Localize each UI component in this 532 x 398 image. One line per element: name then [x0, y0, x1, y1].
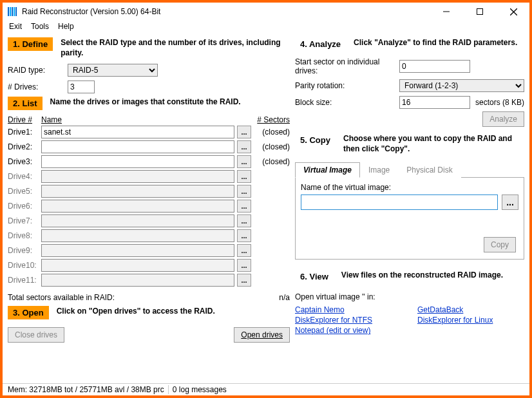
- step-open-desc: Click on "Open drives" to access the RAI…: [57, 306, 215, 316]
- titlebar: Raid Reconstructor (Version 5.00) 64-Bit: [3, 3, 529, 21]
- drive-browse-button: ...: [237, 185, 251, 198]
- step-list-desc: Name the drives or images that constitut…: [50, 97, 241, 107]
- drive-browse-button: ...: [237, 259, 251, 272]
- step-copy-desc: Choose where you want to copy the RAID a…: [343, 133, 524, 154]
- drive-label: Drive9:: [8, 246, 39, 255]
- close-drives-button[interactable]: Close drives: [8, 327, 64, 343]
- link-diskexplorer-linux[interactable]: DiskExplorer for Linux: [417, 316, 524, 325]
- copy-button[interactable]: Copy: [484, 237, 516, 252]
- menubar: Exit Tools Help: [3, 21, 529, 35]
- svg-rect-2: [12, 7, 13, 16]
- start-sector-label: Start sector on individual drives:: [295, 57, 394, 75]
- block-size-input[interactable]: [399, 96, 470, 109]
- window-controls: [435, 5, 524, 18]
- drive-browse-button: ...: [237, 170, 251, 183]
- drive-row: Drive3:...(closed): [8, 155, 290, 168]
- drive-status: (closed): [254, 128, 290, 137]
- drive-browse-button[interactable]: ...: [237, 155, 251, 168]
- statusbar: Mem: 32718MB tot / 25771MB avl / 38MB pr…: [3, 383, 529, 395]
- drive-row: Drive8:...: [8, 229, 290, 242]
- tab-virtual-image[interactable]: Virtual Image: [295, 162, 360, 178]
- right-column: 4. Analyze Click "Analyze" to find the R…: [295, 36, 524, 382]
- step-define-badge: 1. Define: [8, 37, 53, 51]
- num-drives-input[interactable]: [68, 81, 95, 93]
- drive-row: Drive10:...: [8, 259, 290, 272]
- step-analyze-desc: Click "Analyze" to find the RAID paramet…: [354, 37, 517, 48]
- menu-exit[interactable]: Exit: [9, 22, 22, 31]
- drive-row: Drive7:...: [8, 214, 290, 227]
- drive-name-input: [41, 259, 234, 272]
- drive-label: Drive1:: [8, 128, 39, 137]
- drive-status: (closed): [254, 142, 290, 151]
- app-icon: [8, 6, 18, 17]
- drive-browse-button[interactable]: ...: [237, 140, 251, 153]
- drive-name-input[interactable]: [41, 140, 234, 153]
- drive-name-input[interactable]: [41, 155, 234, 168]
- open-drives-button[interactable]: Open drives: [234, 327, 290, 343]
- svg-rect-1: [10, 7, 11, 16]
- svg-rect-6: [477, 9, 483, 15]
- step-analyze-badge: 4. Analyze: [295, 37, 346, 51]
- link-getdataback[interactable]: GetDataBack: [417, 305, 524, 314]
- block-size-suffix: sectors (8 KB): [475, 98, 524, 107]
- menu-help[interactable]: Help: [58, 22, 74, 31]
- content: 1. Define Select the RAID type and the n…: [3, 35, 529, 383]
- virtual-image-browse-button[interactable]: ...: [502, 194, 518, 210]
- drive-row: Drive9:...: [8, 244, 290, 257]
- svg-rect-0: [8, 7, 9, 16]
- svg-rect-3: [14, 7, 15, 16]
- virtual-image-input[interactable]: [301, 194, 498, 210]
- drive-name-input[interactable]: [41, 126, 234, 138]
- drive-row: Drive1:...(closed): [8, 126, 290, 138]
- status-memory: Mem: 32718MB tot / 25771MB avl / 38MB pr…: [8, 385, 169, 394]
- link-diskexplorer-ntfs[interactable]: DiskExplorer for NTFS: [295, 316, 402, 325]
- total-sectors-label: Total sectors available in RAID:: [8, 293, 251, 302]
- raid-type-label: RAID type:: [8, 66, 62, 75]
- drive-browse-button: ...: [237, 200, 251, 213]
- header-drive-name: Name: [41, 115, 249, 124]
- drive-name-input: [41, 185, 234, 198]
- minimize-button[interactable]: [435, 5, 457, 18]
- drive-row: Drive4:...: [8, 170, 290, 183]
- tab-physical-disk[interactable]: Physical Disk: [398, 162, 461, 178]
- drive-list-headers: Drive # Name # Sectors: [8, 114, 290, 126]
- drive-label: Drive2:: [8, 142, 39, 151]
- drive-name-input: [41, 229, 234, 242]
- parity-rotation-label: Parity rotation:: [295, 81, 394, 90]
- step-view-desc: View files on the reconstructed RAID ima…: [341, 270, 503, 280]
- num-drives-label: # Drives:: [8, 82, 62, 91]
- left-column: 1. Define Select the RAID type and the n…: [8, 36, 290, 382]
- drive-label: Drive4:: [8, 172, 39, 181]
- parity-rotation-select[interactable]: Forward (1-2-3): [399, 79, 524, 92]
- drive-label: Drive11:: [8, 276, 39, 285]
- start-sector-input[interactable]: [399, 60, 470, 73]
- header-drive-num: Drive #: [8, 115, 41, 124]
- link-notepad[interactable]: Notepad (edit or view): [295, 326, 402, 335]
- raid-type-select[interactable]: RAID-5: [68, 64, 158, 77]
- menu-tools[interactable]: Tools: [31, 22, 49, 31]
- drive-name-input: [41, 214, 234, 227]
- tab-image[interactable]: Image: [360, 162, 398, 178]
- copy-tabs: Virtual Image Image Physical Disk: [295, 162, 524, 178]
- drive-row: Drive6:...: [8, 200, 290, 213]
- drive-row: Drive5:...: [8, 185, 290, 198]
- step-open-badge: 3. Open: [8, 306, 49, 319]
- virtual-image-label: Name of the virtual image:: [301, 183, 518, 192]
- maximize-button[interactable]: [469, 5, 491, 18]
- analyze-button[interactable]: Analyze: [482, 111, 524, 127]
- drive-browse-button: ...: [237, 274, 251, 287]
- drive-label: Drive10:: [8, 261, 39, 270]
- step-analyze-header: 4. Analyze Click "Analyze" to find the R…: [295, 37, 524, 51]
- drive-name-input: [41, 274, 234, 287]
- total-sectors-value: n/a: [251, 293, 290, 302]
- link-captain-nemo[interactable]: Captain Nemo: [295, 305, 402, 314]
- step-open-header: 3. Open Click on "Open drives" to access…: [8, 306, 290, 319]
- step-define-header: 1. Define Select the RAID type and the n…: [8, 37, 290, 58]
- drive-browse-button[interactable]: ...: [237, 126, 251, 138]
- step-copy-header: 5. Copy Choose where you want to copy th…: [295, 133, 524, 154]
- drive-status: (closed): [254, 157, 290, 166]
- close-button[interactable]: [502, 5, 524, 18]
- drive-browse-button: ...: [237, 244, 251, 257]
- drive-label: Drive5:: [8, 187, 39, 196]
- step-view-badge: 6. View: [295, 270, 334, 283]
